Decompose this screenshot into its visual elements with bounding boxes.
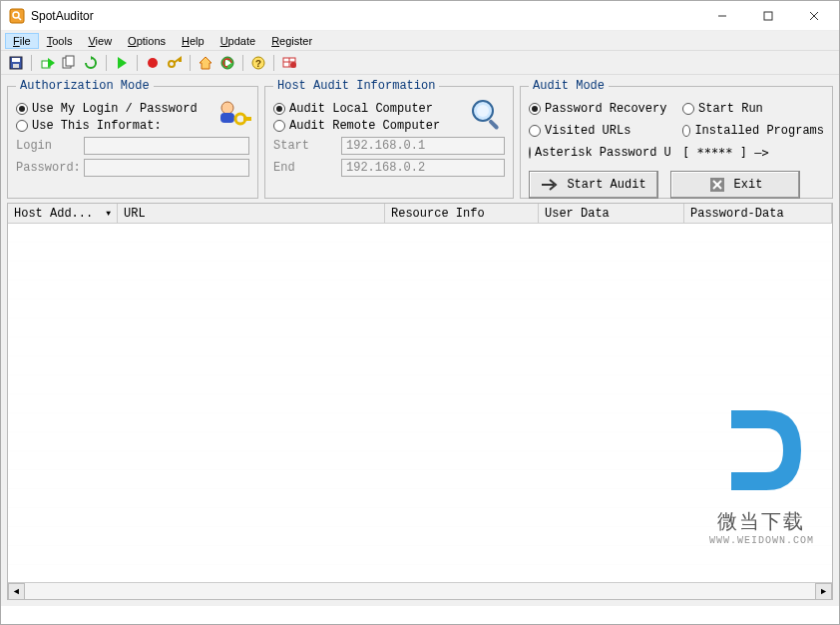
svg-rect-23 (243, 117, 251, 121)
close-button[interactable] (791, 1, 837, 31)
button-label: Start Audit (567, 178, 645, 192)
button-label: Exit (734, 178, 763, 192)
title-bar: SpotAuditor (1, 1, 839, 31)
menu-register[interactable]: Register (263, 33, 320, 49)
radio-label: Use My Login / Password (32, 102, 198, 116)
radio-label: Password Recovery (545, 102, 666, 116)
results-area: Host Add... ▼ URL Resource Info User Dat… (1, 203, 839, 606)
legend-auth: Authorization Mode (16, 79, 154, 93)
sort-desc-icon: ▼ (106, 209, 111, 218)
person-key-icon (215, 99, 251, 133)
login-row: Login (16, 137, 249, 155)
svg-point-13 (148, 58, 158, 68)
maximize-button[interactable] (745, 1, 791, 31)
col-user-data[interactable]: User Data (539, 204, 684, 223)
radio-dot-icon (16, 103, 28, 115)
svg-rect-8 (12, 58, 20, 62)
results-grid: Host Add... ▼ URL Resource Info User Dat… (7, 203, 833, 600)
col-url[interactable]: URL (118, 204, 385, 223)
svg-rect-4 (764, 12, 772, 20)
start-audit-button[interactable]: Start Audit (529, 171, 658, 199)
radio-visited-urls[interactable]: Visited URLs (529, 124, 670, 138)
update-icon[interactable] (218, 54, 236, 72)
copy-icon[interactable] (60, 54, 78, 72)
radio-label: Visited URLs (545, 124, 630, 138)
menu-help[interactable]: Help (174, 33, 212, 49)
radio-dot-icon (682, 103, 694, 115)
login-input[interactable] (84, 137, 249, 155)
svg-point-25 (477, 105, 489, 117)
export-icon[interactable] (38, 54, 56, 72)
radio-use-this-info[interactable]: Use This Informat: (16, 119, 249, 133)
password-row: Password: (16, 159, 249, 177)
toolbar: ? (1, 51, 839, 75)
options-panels: Authorization Mode Use My Login / Passwo… (1, 75, 839, 203)
start-ip-input[interactable]: 192.168.0.1 (341, 137, 505, 155)
radio-installed-programs[interactable]: Installed Programs (682, 124, 824, 138)
menu-view[interactable]: View (80, 33, 120, 49)
menu-tools[interactable]: Tools (39, 33, 81, 49)
window-title: SpotAuditor (31, 9, 699, 23)
arrow-right-icon (541, 176, 559, 194)
legend-hostinfo: Host Audit Information (273, 79, 439, 93)
grid-body[interactable]: 微当下载 WWW.WEIDOWN.COM (8, 224, 832, 582)
asterisk-sample: [ ***** ] —> (682, 145, 824, 160)
start-ip-row: Start 192.168.0.1 (273, 137, 505, 155)
radio-dot-icon (16, 120, 28, 132)
close-square-icon (708, 176, 726, 194)
col-password-data[interactable]: Password-Data (684, 204, 832, 223)
save-icon[interactable] (7, 54, 25, 72)
scroll-right-icon[interactable]: ► (815, 583, 832, 600)
record-icon[interactable] (144, 54, 162, 72)
menu-update[interactable]: Update (212, 33, 263, 49)
svg-point-19 (290, 62, 296, 68)
home-icon[interactable] (197, 54, 214, 72)
svg-rect-0 (10, 9, 24, 23)
col-host-address[interactable]: Host Add... ▼ (8, 204, 118, 223)
key-icon[interactable] (166, 54, 184, 72)
group-host-audit-info: Host Audit Information Audit Local Compu… (264, 79, 514, 199)
grid-header: Host Add... ▼ URL Resource Info User Dat… (8, 204, 832, 224)
radio-dot-icon (273, 120, 285, 132)
svg-text:?: ? (255, 59, 261, 70)
radio-label: Installed Programs (694, 124, 824, 138)
help-icon[interactable]: ? (249, 54, 267, 72)
scroll-left-icon[interactable]: ◄ (8, 583, 25, 600)
group-authorization-mode: Authorization Mode Use My Login / Passwo… (7, 79, 258, 199)
radio-dot-icon (529, 103, 541, 115)
magnifier-icon (469, 97, 505, 137)
svg-rect-26 (488, 119, 499, 130)
radio-dot-icon (529, 147, 531, 159)
radio-asterisk-uncover[interactable]: Asterisk Password Uncover (529, 146, 670, 160)
app-icon (9, 8, 25, 24)
col-resource-info[interactable]: Resource Info (385, 204, 539, 223)
minimize-button[interactable] (699, 1, 745, 31)
password-input[interactable] (84, 159, 249, 177)
scroll-track[interactable] (25, 583, 815, 599)
refresh-icon[interactable] (82, 54, 100, 72)
exit-button[interactable]: Exit (670, 171, 800, 199)
svg-rect-12 (66, 56, 74, 66)
radio-password-recovery[interactable]: Password Recovery (529, 102, 670, 116)
radio-start-run[interactable]: Start Run (682, 102, 824, 116)
watermark: 微当下载 WWW.WEIDOWN.COM (709, 400, 814, 546)
horizontal-scrollbar[interactable]: ◄ ► (8, 582, 832, 599)
end-ip-input[interactable]: 192.168.0.2 (341, 159, 505, 177)
end-label: End (273, 161, 335, 175)
radio-dot-icon (682, 125, 690, 137)
register-icon[interactable] (280, 54, 298, 72)
radio-dot-icon (529, 125, 541, 137)
play-icon[interactable] (113, 54, 131, 72)
radio-label: Audit Local Computer (289, 102, 433, 116)
radio-use-my-login[interactable]: Use My Login / Password (16, 102, 249, 116)
radio-label: Asterisk Password Uncover (535, 146, 670, 160)
menu-file[interactable]: File (5, 33, 39, 49)
svg-rect-21 (220, 113, 234, 123)
legend-auditmode: Audit Mode (529, 79, 609, 93)
radio-label: Start Run (698, 102, 763, 116)
end-ip-row: End 192.168.0.2 (273, 159, 505, 177)
menu-options[interactable]: Options (120, 33, 174, 49)
watermark-text: 微当下载 (709, 508, 814, 535)
start-label: Start (273, 139, 335, 153)
radio-label: Use This Informat: (32, 119, 162, 133)
